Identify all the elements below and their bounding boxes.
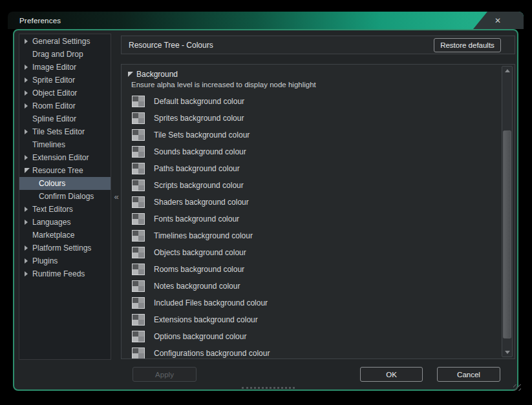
sidebar-item-label: Runtime Feeds <box>32 269 85 278</box>
colour-row-label: Timelines background colour <box>154 231 253 240</box>
dialog-body: General Settings Drag and Drop Image Edi… <box>13 29 518 391</box>
scrollbar[interactable] <box>502 66 513 357</box>
window-title: Preferences <box>19 17 61 25</box>
colour-row: Rooms background colour <box>122 261 499 278</box>
colour-swatch[interactable] <box>132 146 145 158</box>
ok-button[interactable]: OK <box>360 367 423 382</box>
sidebar-item[interactable]: Timelines <box>19 138 111 151</box>
resize-grip[interactable] <box>513 384 521 391</box>
tree-expand-icon[interactable] <box>25 65 32 70</box>
tree-expand-icon[interactable] <box>25 220 32 225</box>
sidebar-item[interactable]: Confirm Dialogs <box>19 190 111 203</box>
colour-swatch[interactable] <box>132 180 145 191</box>
titlebar[interactable]: Preferences ✕ <box>8 12 524 29</box>
colour-swatch[interactable] <box>132 314 145 326</box>
sidebar-item-label: Object Editor <box>32 88 77 98</box>
colour-row: Scripts background colour <box>122 177 499 194</box>
colour-row-label: Options background colour <box>154 332 246 341</box>
background-group-header[interactable]: Background <box>128 70 178 79</box>
colour-row-label: Shaders background colour <box>154 198 249 207</box>
colour-row: Configurations background colour <box>122 345 499 359</box>
colour-swatch[interactable] <box>132 96 145 107</box>
colour-swatch[interactable] <box>132 247 145 258</box>
colour-swatch[interactable] <box>132 213 145 225</box>
tree-expand-icon[interactable] <box>25 207 32 212</box>
colour-row: Timelines background colour <box>122 227 499 244</box>
tree-expand-icon[interactable] <box>25 155 32 160</box>
group-title: Background <box>136 70 178 79</box>
sidebar-item[interactable]: Text Editors <box>19 203 111 216</box>
sidebar-item-label: Plugins <box>32 256 58 265</box>
scroll-down-icon[interactable] <box>505 351 510 354</box>
colour-swatch[interactable] <box>132 297 145 309</box>
colour-list-panel: Background Ensure alpha level is increas… <box>121 64 515 359</box>
scrollbar-thumb[interactable] <box>503 130 511 338</box>
colour-row: Fonts background colour <box>122 211 499 227</box>
tree-expand-icon[interactable] <box>25 129 32 134</box>
sidebar-item[interactable]: Image Editor <box>19 61 111 74</box>
section-header-panel: Resource Tree - Colours Restore defaults <box>121 36 515 54</box>
colour-row-label: Sounds background colour <box>154 147 246 156</box>
colour-row: Default background colour <box>122 93 499 110</box>
tree-expand-icon[interactable] <box>25 78 32 83</box>
sidebar-item[interactable]: Sprite Editor <box>19 74 111 87</box>
sidebar-item-label: Colours <box>39 179 65 188</box>
sidebar-item-label: Extension Editor <box>32 153 89 162</box>
cancel-button[interactable]: Cancel <box>437 367 500 382</box>
colour-row-label: Paths background colour <box>154 164 240 173</box>
colour-swatch[interactable] <box>132 280 145 292</box>
sidebar-item[interactable]: Plugins <box>19 254 111 267</box>
sidebar-item-label: General Settings <box>32 37 90 46</box>
apply-button[interactable]: Apply <box>133 367 197 382</box>
tree-expand-icon[interactable] <box>25 245 32 251</box>
scroll-up-icon[interactable] <box>505 69 510 72</box>
colour-row-label: Objects background colour <box>154 248 246 257</box>
sidebar-item[interactable]: Spline Editor <box>19 112 111 125</box>
preferences-dialog: Preferences ✕ General Settings Drag and … <box>8 12 524 392</box>
colour-row-label: Included Files background colour <box>154 298 268 307</box>
sidebar-item-label: Timelines <box>32 140 65 149</box>
sidebar-item[interactable]: Extension Editor <box>19 151 111 164</box>
sidebar-item[interactable]: Room Editor <box>19 99 111 112</box>
colour-row: Included Files background colour <box>122 295 499 311</box>
colour-row-label: Scripts background colour <box>154 181 244 190</box>
colour-row: Sounds background colour <box>122 143 499 160</box>
sidebar-item[interactable]: General Settings <box>19 35 111 48</box>
sidebar-item-label: Sprite Editor <box>32 76 75 85</box>
colour-row: Objects background colour <box>122 244 499 261</box>
colour-row: Extensions background colour <box>122 311 499 328</box>
colour-swatch[interactable] <box>132 230 145 242</box>
colour-swatch[interactable] <box>132 196 145 208</box>
sidebar-item[interactable]: Tile Sets Editor <box>19 125 111 138</box>
sidebar-collapse-button[interactable]: « <box>112 192 121 202</box>
sidebar-item[interactable]: Marketplace <box>19 229 111 242</box>
tree-expand-icon[interactable] <box>25 271 32 276</box>
tree-expand-icon[interactable] <box>25 168 32 173</box>
sidebar-item[interactable]: Platform Settings <box>19 242 111 254</box>
colour-swatch[interactable] <box>132 163 145 174</box>
colour-swatch[interactable] <box>132 331 145 342</box>
sidebar-item[interactable]: Runtime Feeds <box>19 267 111 280</box>
colour-swatch[interactable] <box>132 112 145 124</box>
colour-swatch[interactable] <box>132 129 145 141</box>
colour-row: Sprites background colour <box>122 110 499 127</box>
sidebar-item[interactable]: Resource Tree <box>19 164 111 177</box>
colour-row-label: Sprites background colour <box>154 114 244 123</box>
sidebar-item[interactable]: Colours <box>19 177 111 190</box>
sidebar-item[interactable]: Languages <box>19 216 111 229</box>
restore-defaults-button[interactable]: Restore defaults <box>434 38 501 52</box>
close-button[interactable]: ✕ <box>473 12 524 29</box>
sidebar-item-label: Spline Editor <box>32 114 76 123</box>
resize-handle-dots[interactable] <box>242 387 295 389</box>
colour-swatch[interactable] <box>132 348 145 359</box>
tree-expand-icon[interactable] <box>25 258 32 264</box>
sidebar-item[interactable]: Drag and Drop <box>19 48 111 61</box>
close-icon: ✕ <box>495 17 501 25</box>
tree-expand-icon[interactable] <box>25 39 32 44</box>
tree-expand-icon[interactable] <box>25 90 32 96</box>
sidebar-item[interactable]: Object Editor <box>19 87 111 99</box>
tree-expand-icon[interactable] <box>25 103 32 109</box>
colour-row-label: Notes background colour <box>154 282 240 291</box>
sidebar-item-label: Image Editor <box>32 63 76 72</box>
colour-swatch[interactable] <box>132 264 145 275</box>
